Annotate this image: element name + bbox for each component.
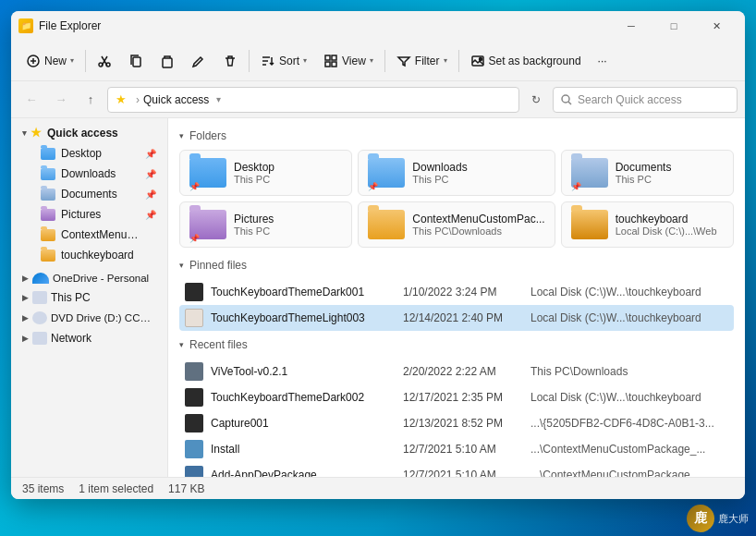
recent-file-4-name: Install [211,443,396,456]
sidebar-item-touchkeyboard[interactable]: touchkeyboard [15,245,164,265]
recent-row-4[interactable]: Install 12/7/2021 5:10 AM ...\ContextMen… [179,436,734,462]
breadcrumb-location: Quick access [143,93,209,106]
more-button[interactable]: ··· [591,50,615,72]
touchkeyboard-big-icon [571,210,608,239]
folders-chevron-icon: ▾ [179,131,184,140]
dvd-label: DVD Drive (D:) CCCC [51,312,152,323]
recent-row-5[interactable]: Add-AppDevPackage 12/7/2021 5:10 AM ...\… [179,462,734,477]
sidebar-item-downloads[interactable]: Downloads 📌 [15,164,164,184]
sidebar-onedrive[interactable]: ▶ OneDrive - Personal [15,269,164,287]
folder-documents-info: Documents This PC [616,161,672,185]
folder-touchkeyboard-path: Local Disk (C:\)...\Web [616,225,717,237]
maximize-button[interactable]: □ [652,11,695,41]
close-button[interactable]: ✕ [695,11,738,41]
sidebar-desktop-label: Desktop [61,147,102,160]
watermark-text: 鹿大师 [718,512,749,526]
recent-file-1-name: ViVeTool-v0.2.1 [211,365,396,378]
recent-row-3[interactable]: Capture001 12/13/2021 8:52 PM ...\{5205D… [179,410,734,436]
cut-button[interactable] [90,49,119,73]
sort-button[interactable]: Sort ▾ [253,49,314,73]
thispc-icon [32,291,47,304]
folder-documents-name: Documents [616,161,672,174]
window-controls: ─ □ ✕ [610,11,738,41]
file-explorer-window: 📁 File Explorer ─ □ ✕ New ▾ [11,11,745,499]
network-chevron-icon: ▶ [22,334,29,343]
recent-section-header[interactable]: ▾ Recent files [179,338,734,351]
recent-file-3-icon [185,414,203,432]
sidebar-item-contextmenu[interactable]: ContextMenuCust... [15,225,164,245]
new-button[interactable]: New ▾ [18,49,81,73]
thispc-label: This PC [51,291,91,304]
pinned-file-list: TouchKeyboardThemeDark001 1/10/2022 3:24… [179,279,734,331]
pinned-row-2[interactable]: TouchKeyboardThemeLight003 12/14/2021 2:… [179,305,734,331]
folder-contextmenu[interactable]: ContextMenuCustomPac... This PC\Download… [358,201,555,248]
recent-row-2[interactable]: TouchKeyboardThemeDark002 12/17/2021 2:3… [179,384,734,410]
recent-file-3-name: Capture001 [211,417,396,430]
folder-desktop[interactable]: Desktop This PC 📌 [179,150,352,196]
search-bar[interactable]: Search Quick access [553,87,738,113]
svg-point-13 [562,95,569,103]
network-icon [32,332,47,345]
folder-documents[interactable]: Documents This PC 📌 [561,150,734,196]
contextmenu-big-icon [368,210,405,239]
rename-button[interactable] [184,49,213,73]
refresh-button[interactable]: ↻ [523,87,549,113]
copy-button[interactable] [121,49,151,73]
sidebar-contextmenu-label: ContextMenuCust... [61,228,144,241]
filter-button[interactable]: Filter ▾ [389,49,455,73]
paste-button[interactable] [152,49,182,73]
watermark-logo: 鹿 [687,505,714,532]
recent-section-label: Recent files [189,338,248,351]
view-button[interactable]: View ▾ [316,49,381,73]
folder-pictures-path: This PC [234,225,274,237]
recent-file-2-name: TouchKeyboardThemeDark002 [211,391,396,404]
sidebar-dvd[interactable]: ▶ DVD Drive (D:) CCCC [15,308,164,328]
quickaccess-header[interactable]: ▾ ★ Quick access [15,122,164,143]
folder-pictures[interactable]: Pictures This PC 📌 [179,201,352,248]
contextmenu-folder-icon [41,229,55,241]
breadcrumb-dropdown[interactable]: ▾ [209,87,227,113]
sidebar-touchkeyboard-label: touchkeyboard [61,249,134,262]
folder-downloads-name: Downloads [412,161,467,174]
svg-rect-9 [325,62,330,67]
folders-section-header[interactable]: ▾ Folders [179,129,734,142]
forward-button[interactable]: → [48,87,74,113]
back-button[interactable]: ← [18,87,44,113]
up-button[interactable]: ↑ [78,87,104,113]
delete-button[interactable] [215,49,245,73]
toolbar: New ▾ Sort ▾ View ▾ [11,41,745,81]
folder-grid: Desktop This PC 📌 Downloads This PC 📌 [179,150,734,248]
status-bar: 35 items 1 item selected 117 KB [11,477,745,499]
folder-desktop-path: This PC [234,174,274,185]
recent-file-4-path: ...\ContextMenuCustomPackage_... [530,443,728,456]
sidebar-item-pictures[interactable]: Pictures 📌 [15,204,164,225]
recent-row-1[interactable]: ViVeTool-v0.2.1 2/20/2022 2:22 AM This P… [179,359,734,384]
folder-touchkeyboard[interactable]: touchkeyboard Local Disk (C:\)...\Web [561,201,734,248]
documents-folder-icon [41,189,55,201]
app-icon: 📁 [18,18,33,33]
folder-contextmenu-name: ContextMenuCustomPac... [412,213,544,225]
recent-file-5-date: 12/7/2021 5:10 AM [403,469,523,477]
svg-rect-7 [325,55,330,60]
minimize-button[interactable]: ─ [610,11,652,41]
sidebar-item-desktop[interactable]: Desktop 📌 [15,143,164,164]
pinned-section-header[interactable]: ▾ Pinned files [179,259,734,272]
sidebar-thispc[interactable]: ▶ This PC [15,287,164,308]
folder-desktop-info: Desktop This PC [234,161,274,185]
onedrive-icon [32,273,49,284]
recent-file-3-path: ...\{5205DFB2-CDF6-4D8C-A0B1-3... [530,417,728,430]
recent-file-1-date: 2/20/2022 2:22 AM [403,365,523,378]
sidebar-documents-label: Documents [61,188,117,201]
sidebar-item-documents[interactable]: Documents 📌 [15,184,164,204]
pinned-row-1[interactable]: TouchKeyboardThemeDark001 1/10/2022 3:24… [179,279,734,305]
sidebar-network[interactable]: ▶ Network [15,328,164,348]
background-button[interactable]: Set as background [463,49,589,73]
recent-file-4-date: 12/7/2021 5:10 AM [403,443,523,456]
folder-downloads[interactable]: Downloads This PC 📌 [358,150,555,196]
touchkeyboard-folder-icon [41,250,55,262]
folder-touchkeyboard-name: touchkeyboard [616,213,717,225]
file-size: 117 KB [168,482,204,495]
main-area: ▾ ★ Quick access Desktop 📌 Downloads 📌 D… [11,118,745,477]
recent-file-list: ViVeTool-v0.2.1 2/20/2022 2:22 AM This P… [179,359,734,477]
breadcrumb-bar[interactable]: ★ › Quick access ▾ [107,87,519,113]
